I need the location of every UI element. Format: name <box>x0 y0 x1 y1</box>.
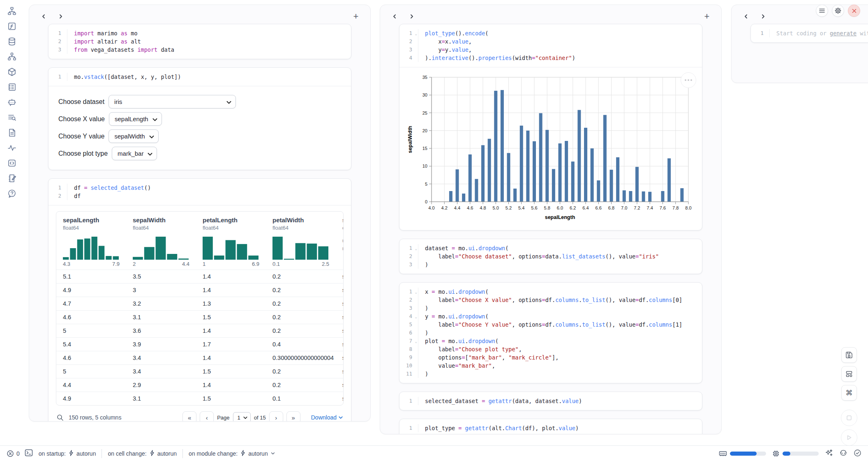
chart-actions-button[interactable] <box>681 72 696 88</box>
scroll-right-button[interactable] <box>406 12 417 21</box>
packages-icon[interactable] <box>7 67 17 77</box>
help-icon[interactable] <box>7 188 17 198</box>
code-editor[interactable]: 1selected_dataset = getattr(data, datase… <box>399 392 702 410</box>
line-number: 6 <box>399 329 418 337</box>
ai-chat-icon[interactable] <box>7 97 17 107</box>
functions-icon[interactable] <box>7 21 17 31</box>
fold-chevron-icon[interactable]: ⌄ <box>415 340 417 343</box>
copilot-button[interactable] <box>839 449 847 458</box>
code-editor[interactable]: 1⌄dataset = mo.ui.dropdown(2 label="Choo… <box>399 239 702 274</box>
download-button[interactable]: Download <box>311 414 343 421</box>
scroll-right-button[interactable] <box>758 12 769 21</box>
scratchpad-icon[interactable] <box>7 173 17 183</box>
next-page-button[interactable]: › <box>269 411 283 422</box>
fold-chevron-icon[interactable]: ⌄ <box>415 290 417 294</box>
line-number: 1 <box>399 397 418 405</box>
scroll-left-button[interactable] <box>38 12 49 21</box>
code-editor[interactable]: 1 Start coding or generate with <box>751 24 868 42</box>
table-cell: 2.9 <box>126 378 196 392</box>
page-select-value: 1 <box>238 415 240 421</box>
table-cell: 0.4 <box>266 338 336 351</box>
errors-indicator[interactable]: 0 <box>7 450 20 457</box>
last-page-button[interactable]: » <box>286 411 300 422</box>
cell-empty: 1 Start coding or generate with <box>750 24 868 43</box>
table-cell: 0.2 <box>266 365 336 378</box>
code-editor[interactable]: 1import marimo as mo2import altair as al… <box>48 24 351 59</box>
dataset-select[interactable]: iris <box>108 95 236 108</box>
scroll-right-button[interactable] <box>55 12 66 21</box>
column-header-petalWidth[interactable]: petalWidthfloat640.12.5 <box>266 212 336 270</box>
svg-text:4.0: 4.0 <box>428 205 434 210</box>
x-select[interactable]: sepalLength <box>109 112 162 126</box>
datasources-icon[interactable] <box>7 36 17 46</box>
run-button[interactable] <box>841 429 857 446</box>
bar-chart[interactable]: 051015202530354.04.24.44.64.85.05.25.45.… <box>406 73 694 226</box>
code-editor[interactable]: 1mo.vstack([dataset, x, y, plot]) <box>48 68 351 86</box>
layout-button[interactable] <box>841 366 857 382</box>
svg-text:20: 20 <box>422 128 427 133</box>
scroll-left-button[interactable] <box>741 12 751 21</box>
stop-button[interactable] <box>841 410 857 426</box>
dataset-select-value: iris <box>114 98 122 105</box>
settings-button[interactable] <box>832 5 844 17</box>
svg-text:5.4: 5.4 <box>518 205 524 210</box>
code-line: 2 label="Choose X value", options=df.col… <box>399 296 695 304</box>
add-cell-button[interactable]: + <box>702 11 712 22</box>
cpu-progress-fill <box>783 452 790 456</box>
table-cell: 0.30000000000000004 <box>266 351 336 364</box>
outline-search-icon[interactable] <box>7 112 17 122</box>
ai-assist-button[interactable] <box>825 449 833 458</box>
fold-chevron-icon[interactable]: ⌄ <box>415 32 417 36</box>
dependencies-icon[interactable] <box>7 51 17 62</box>
column-header-petalLength[interactable]: petalLengthfloat6416.9 <box>196 212 266 270</box>
logs-icon[interactable] <box>7 82 17 92</box>
plot-type-select[interactable]: mark_bar <box>112 147 157 160</box>
column-header-species[interactable]: speciesobjectunique:nulls: <box>336 212 343 270</box>
cpu-meter <box>772 450 819 457</box>
code-line: 1mo.vstack([dataset, x, y, plot]) <box>48 73 344 81</box>
code-editor[interactable]: 1⌄x = mo.ui.dropdown(2 label="Choose X v… <box>399 283 702 383</box>
svg-text:6.4: 6.4 <box>582 205 589 210</box>
documentation-icon[interactable] <box>7 127 17 138</box>
pagination: « ‹ Page 1 of 15 › » Download <box>182 411 343 422</box>
page-select[interactable]: 1 <box>233 412 251 422</box>
svg-text:7.4: 7.4 <box>647 205 653 210</box>
table-cell: 1.4 <box>196 284 266 297</box>
generate-link[interactable]: generate <box>830 30 856 37</box>
first-page-button[interactable]: « <box>182 411 196 422</box>
shutdown-button[interactable] <box>848 5 860 17</box>
code-line: 1plot_type = getattr(alt.Chart(df), plot… <box>399 424 695 432</box>
add-cell-button[interactable]: + <box>351 11 361 22</box>
editor-placeholder: Start coding or generate with <box>776 29 868 37</box>
fold-chevron-icon[interactable]: ⌄ <box>415 247 417 251</box>
terminal-button[interactable] <box>25 449 33 458</box>
scroll-left-button[interactable] <box>389 12 400 21</box>
menu-button[interactable] <box>816 5 828 17</box>
save-button[interactable] <box>841 347 857 363</box>
svg-text:4.2: 4.2 <box>441 205 448 210</box>
search-icon[interactable] <box>57 414 64 421</box>
table-cell: 1.7 <box>196 338 266 351</box>
line-number: 3 <box>48 46 67 54</box>
on-startup-toggle[interactable]: on startup: autorun <box>33 450 102 457</box>
code-editor[interactable]: 1⌄plot_type().encode(2 x=x.value,3 y=y.v… <box>399 24 702 67</box>
snippets-icon[interactable] <box>7 158 17 168</box>
on-module-change-toggle[interactable]: on module change: autorun <box>183 450 281 457</box>
column-header-sepalWidth[interactable]: sepalWidthfloat6424.4 <box>126 212 196 270</box>
double-chevron-left-icon: « <box>188 414 191 421</box>
column-header-sepalLength[interactable]: sepalLengthfloat644.37.9 <box>56 212 126 270</box>
on-cell-change-toggle[interactable]: on cell change: autorun <box>102 450 182 457</box>
y-select[interactable]: sepalWidth <box>108 129 158 143</box>
code-editor[interactable]: 1plot_type = getattr(alt.Chart(df), plot… <box>399 419 702 434</box>
prev-page-button[interactable]: ‹ <box>200 411 214 422</box>
table-row: 4.42.91.40.2setosa <box>56 378 343 392</box>
tracing-icon[interactable] <box>7 143 17 153</box>
floating-toolbar: ⌘ <box>841 347 857 446</box>
connection-status-button[interactable] <box>854 449 861 458</box>
fold-chevron-icon[interactable]: ⌄ <box>415 315 417 319</box>
file-tree-icon[interactable] <box>7 6 17 16</box>
table-cell: 0.2 <box>266 378 336 392</box>
line-number: 7⌄ <box>399 337 418 345</box>
code-editor[interactable]: 1df = selected_dataset()2df <box>48 179 351 205</box>
keyboard-shortcuts-button[interactable]: ⌘ <box>841 385 857 401</box>
